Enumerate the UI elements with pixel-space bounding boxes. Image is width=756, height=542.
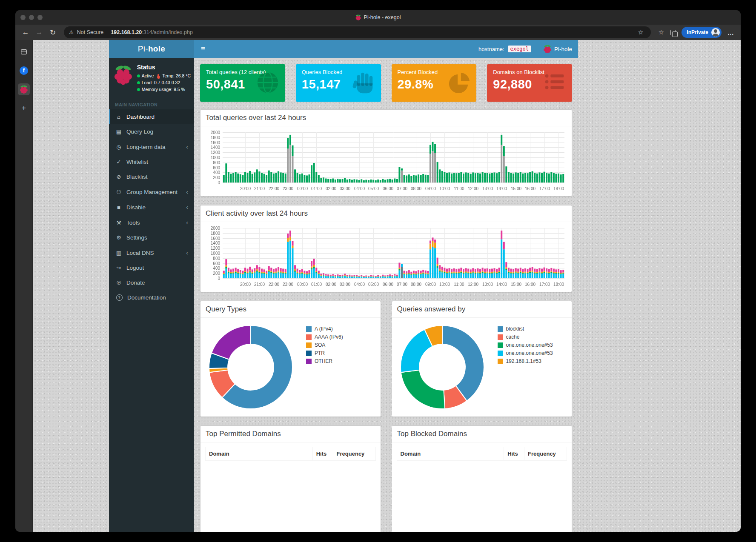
sidebar-item-label: Settings (126, 234, 147, 241)
legend-item[interactable]: blocklist (498, 326, 553, 332)
pihole-app: Pi-hole ≡ hostname: exegol Pi-hole (109, 40, 578, 532)
sidebar-item-donate[interactable]: ℗Donate (109, 275, 194, 290)
chevron-left-icon: ‹ (186, 204, 188, 211)
client-activity-chart[interactable] (205, 225, 568, 289)
column-header-frequency[interactable]: Frequency (524, 447, 567, 461)
legend-item[interactable]: PTR (306, 350, 343, 356)
legend-item[interactable]: AAAA (IPv6) (306, 334, 343, 340)
inprivate-badge[interactable]: InPrivate (682, 27, 722, 38)
legend-swatch (498, 326, 503, 332)
legend-label: A (IPv4) (315, 326, 333, 332)
url-host: 192.168.1.20 (111, 29, 142, 35)
chevron-left-icon: ‹ (186, 219, 188, 226)
status-panel: Status Active Temp: 26.8 °C Load: 0.7 (109, 58, 194, 98)
column-header-hits[interactable]: Hits (504, 447, 524, 461)
panel-top-blocked: Top Blocked Domains Domain Hits Frequenc… (392, 425, 573, 532)
inprivate-label: InPrivate (687, 29, 708, 35)
column-header-frequency[interactable]: Frequency (333, 447, 375, 461)
top-permitted-table: Domain Hits Frequency (205, 447, 376, 461)
profile-avatar (711, 28, 720, 37)
file-icon: ▤ (115, 128, 123, 135)
logout-icon: ↪ (115, 265, 123, 271)
sidebar-menu: ⌂Dashboard▤Query Log◷Long-term data‹✓Whi… (109, 109, 194, 305)
sidebar-item-long-term-data[interactable]: ◷Long-term data‹ (109, 139, 194, 154)
sidebar-item-dashboard[interactable]: ⌂Dashboard (109, 109, 194, 124)
legend-swatch (306, 359, 312, 364)
sidebar-item-disable[interactable]: ■Disable‹ (109, 200, 194, 215)
help-icon: ? (116, 294, 123, 301)
collections-glyph (670, 30, 676, 35)
browser-menu-button[interactable]: … (725, 29, 736, 36)
sidebar-toggle-icon[interactable]: ≡ (194, 45, 212, 53)
sidebar-item-group-management[interactable]: ⚇Group Management‹ (109, 184, 194, 200)
tab-facebook[interactable]: f (18, 65, 30, 77)
legend-item[interactable]: OTHER (306, 358, 343, 364)
status-active-label: Active (142, 73, 154, 80)
panel-top-permitted: Top Permitted Domains Domain Hits Freque… (200, 425, 381, 532)
legend-item[interactable]: one.one.one.one#53 (498, 350, 553, 356)
check-icon: ✓ (115, 159, 123, 165)
hand-stop-icon (349, 69, 378, 96)
panel-title: Client activity over last 24 hours (200, 205, 572, 222)
column-header-hits[interactable]: Hits (312, 447, 333, 461)
column-header-domain[interactable]: Domain (397, 447, 504, 461)
sidebar-item-whitelist[interactable]: ✓Whitelist (109, 154, 194, 169)
sidebar-item-label: Local DNS (126, 250, 154, 256)
sidebar-item-label: Documentation (127, 294, 166, 301)
query-types-donut[interactable] (208, 325, 293, 410)
dashboard-content: Total queries (12 clients) 50,841 (194, 58, 578, 532)
legend-item[interactable]: cache (498, 334, 553, 340)
page-viewport: Pi-hole ≡ hostname: exegol Pi-hole (33, 40, 741, 532)
card-domains-blocklist: Domains on Blocklist 92,880 (487, 64, 572, 102)
list-icon (541, 69, 569, 96)
address-divider (107, 29, 107, 35)
top-blocked-table: Domain Hits Frequency (397, 447, 567, 461)
legend-item[interactable]: 192.168.1.1#53 (498, 358, 553, 364)
hostname-label: hostname: (478, 46, 504, 52)
sidebar-item-label: Query Log (126, 128, 153, 135)
close-window-button[interactable] (20, 15, 26, 20)
collections-icon[interactable] (668, 27, 678, 37)
sidebar-item-label: Group Management (126, 189, 178, 195)
sidebar-item-blacklist[interactable]: ⊘Blacklist (109, 169, 194, 184)
clock-icon: ◷ (115, 144, 123, 150)
app-logo[interactable]: Pi-hole (109, 40, 194, 58)
tab-pihole-active[interactable] (18, 83, 30, 95)
sidebar-item-local-dns[interactable]: ▥Local DNS‹ (109, 245, 194, 260)
legend-swatch (306, 351, 312, 356)
sidebar-item-tools[interactable]: ⚒Tools‹ (109, 215, 194, 230)
add-favorite-icon[interactable]: ☆ (636, 27, 646, 37)
legend-item[interactable]: one.one.one.one#53 (498, 342, 553, 348)
panel-title: Total queries over last 24 hours (200, 110, 572, 126)
minimize-window-button[interactable] (29, 15, 34, 20)
new-tab-button[interactable]: + (18, 102, 30, 114)
sidebar-item-documentation[interactable]: ?Documentation (109, 290, 194, 305)
column-header-domain[interactable]: Domain (206, 447, 313, 461)
sidebar-item-query-log[interactable]: ▤Query Log (109, 124, 194, 139)
legend-swatch (306, 326, 312, 332)
sidebar-item-label: Blacklist (126, 174, 148, 180)
user-menu[interactable]: Pi-hole (543, 45, 572, 53)
pihole-favicon (355, 14, 361, 20)
refresh-button[interactable]: ↻ (47, 26, 59, 38)
maximize-window-button[interactable] (37, 15, 43, 20)
forward-button[interactable]: → (33, 26, 45, 38)
raspberry-icon (543, 45, 552, 53)
sidebar-item-settings[interactable]: ⚙Settings (109, 230, 194, 245)
panel-query-types: Query Types A (IPv4)AAAA (IPv6)SOAPTROTH… (200, 301, 381, 417)
legend-label: OTHER (315, 358, 332, 364)
favorites-icon[interactable]: ☆ (656, 27, 666, 37)
queries-over-time-chart[interactable] (205, 129, 568, 194)
queries-answered-donut[interactable] (400, 325, 485, 410)
legend-item[interactable]: SOA (306, 342, 343, 348)
status-load: Load: 0.7 0.43 0.32 (142, 80, 180, 86)
sidebar-item-logout[interactable]: ↪Logout (109, 260, 194, 275)
legend-item[interactable]: A (IPv4) (306, 326, 343, 332)
panel-queries-answered-by: Queries answered by blocklistcacheone.on… (392, 301, 573, 417)
back-button[interactable]: ← (20, 26, 32, 38)
panel-title: Top Permitted Domains (200, 426, 381, 442)
home-icon: ⌂ (115, 114, 123, 120)
tab-actions-icon[interactable] (18, 46, 30, 58)
queries-answered-legend: blocklistcacheone.one.one.one#53one.one.… (498, 324, 553, 366)
address-bar[interactable]: ⚠ Not Secure 192.168.1.20:314/admin/inde… (64, 26, 651, 38)
